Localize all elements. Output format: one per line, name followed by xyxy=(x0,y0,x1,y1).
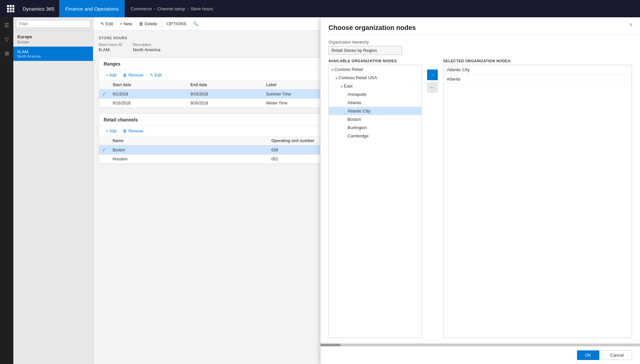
store-hours-desc-field: Description North America xyxy=(133,43,160,52)
breadcrumb-store-hours[interactable]: Store hours xyxy=(191,6,213,11)
ranges-add-button[interactable]: + Add xyxy=(103,72,119,78)
tree-item-annapolis[interactable]: Annapolis xyxy=(329,90,421,98)
sidebar-item-nam[interactable]: N.AM. North America xyxy=(13,47,93,61)
move-left-button[interactable]: ← xyxy=(427,82,438,93)
icon-sidebar: ☰ ▽ ⊞ xyxy=(0,17,13,364)
filter-input[interactable] xyxy=(16,20,90,28)
org-available-panel: AVAILABLE ORGANIZATION NODES: ▴ Contoso … xyxy=(328,59,422,338)
ranges-edit-icon: ✎ xyxy=(150,73,153,78)
tree-label-atlanta: Atlanta xyxy=(347,100,361,105)
dialog-body: Organization hierarchy AVAILABLE ORGANIZ… xyxy=(320,35,640,343)
store-hours-desc-value: North America xyxy=(133,47,160,52)
selected-item-atlanta[interactable]: Atlanta xyxy=(443,75,632,84)
channels-check-col xyxy=(99,136,109,145)
channels-name-col: Name xyxy=(109,136,268,145)
hamburger-icon[interactable]: ☰ xyxy=(0,19,13,32)
org-hierarchy-input[interactable] xyxy=(328,46,402,55)
options-button[interactable]: OPTIONS xyxy=(164,17,190,31)
new-button[interactable]: + New xyxy=(116,17,136,31)
top-nav: Dynamics 365 Finance and Operations Comm… xyxy=(0,0,640,17)
plus-icon: + xyxy=(120,21,122,26)
org-selected-label: SELECTED ORGANIZATION NODES: xyxy=(443,59,632,63)
channels-add-button[interactable]: + Add xyxy=(103,128,119,134)
tree-item-cambridge[interactable]: Cambridge xyxy=(329,132,421,140)
row-end: 9/15/2018 xyxy=(187,90,263,99)
ranges-startdate-col: Start date xyxy=(109,81,187,90)
new-label: New xyxy=(124,21,132,26)
app-launcher-button[interactable] xyxy=(3,0,18,17)
tree-label-annapolis: Annapolis xyxy=(347,92,366,97)
toolbar-separator xyxy=(162,20,162,28)
ok-button[interactable]: OK xyxy=(577,350,599,360)
store-hours-id-value: N.AM. xyxy=(99,47,122,52)
row-check: ✓ xyxy=(99,90,109,99)
edit-icon: ✎ xyxy=(101,21,104,26)
org-available-label: AVAILABLE ORGANIZATION NODES: xyxy=(328,59,422,63)
breadcrumb: Commerce › Channel setup › Store hours xyxy=(125,6,637,11)
edit-label: Edit xyxy=(106,21,113,26)
breadcrumb-commerce[interactable]: Commerce xyxy=(131,6,152,11)
main-layout: ☰ ▽ ⊞ Europe Europe N.AM. North America … xyxy=(0,17,640,364)
org-tree-container: ▴ Contoso Retail ▴ Contoso Retail USA ▴ … xyxy=(328,65,422,338)
dialog-scrollbar xyxy=(320,343,640,346)
search-container xyxy=(13,17,93,31)
choose-org-nodes-dialog: Choose organization nodes ? Organization… xyxy=(320,17,640,364)
module-label: Finance and Operations xyxy=(59,0,125,17)
tree-label-east: East xyxy=(344,84,352,89)
delete-icon: 🗑 xyxy=(139,21,143,26)
ranges-add-label: Add xyxy=(109,73,116,78)
row-end: 9/30/2018 xyxy=(187,99,263,108)
org-hierarchy-label: Organization hierarchy xyxy=(328,40,632,45)
org-arrows: → ← xyxy=(427,59,438,338)
row-name: Houston xyxy=(109,155,268,164)
edit-button[interactable]: ✎ Edit xyxy=(97,17,116,31)
settings-icon[interactable]: ⊞ xyxy=(0,47,13,60)
selected-item-atlantic-city[interactable]: Atlantic City xyxy=(443,65,632,75)
ranges-remove-button[interactable]: 🗑 Remove xyxy=(120,72,146,78)
channels-add-icon: + xyxy=(106,129,108,133)
row-check xyxy=(99,155,109,164)
delete-label: Delete xyxy=(145,21,157,26)
move-right-button[interactable]: → xyxy=(427,70,438,80)
tree-label-boston: Boston xyxy=(347,117,361,122)
tree-item-atlanta[interactable]: Atlanta xyxy=(329,98,421,107)
tree-label-cambridge: Cambridge xyxy=(347,133,369,138)
dynamics-label: Dynamics 365 xyxy=(18,0,59,17)
tree-item-boston[interactable]: Boston xyxy=(329,115,421,123)
ranges-edit-button[interactable]: ✎ Edit xyxy=(147,72,164,78)
ranges-check-col xyxy=(99,81,109,90)
tree-item-contoso-retail[interactable]: ▴ Contoso Retail xyxy=(329,65,421,74)
row-start: 9/1/2018 xyxy=(109,90,187,99)
tree-item-contoso-retail-usa[interactable]: ▴ Contoso Retail USA xyxy=(329,74,421,82)
channels-add-label: Add xyxy=(109,129,116,133)
left-panel: Europe Europe N.AM. North America xyxy=(13,17,93,364)
tree-item-east[interactable]: ▴ East xyxy=(329,82,421,90)
ranges-remove-label: Remove xyxy=(128,73,143,78)
channels-remove-button[interactable]: 🗑 Remove xyxy=(120,128,146,134)
search-toolbar-icon: 🔍 xyxy=(193,21,198,26)
tree-label-atlantic-city: Atlantic City xyxy=(347,108,370,113)
channels-remove-label: Remove xyxy=(128,129,143,133)
selected-list-container: Atlantic City Atlanta xyxy=(443,65,632,338)
breadcrumb-channel-setup[interactable]: Channel setup xyxy=(157,6,185,11)
dialog-help-button[interactable]: ? xyxy=(629,23,632,28)
channels-remove-icon: 🗑 xyxy=(123,129,127,133)
filter-icon[interactable]: ▽ xyxy=(0,33,13,46)
store-hours-desc-label: Description xyxy=(133,43,160,47)
tree-label-burlington: Burlington xyxy=(347,125,367,130)
tree-toggle-east: ▴ xyxy=(341,84,342,88)
tree-item-atlantic-city[interactable]: Atlantic City xyxy=(329,107,421,115)
row-check: ✓ xyxy=(99,145,109,155)
search-toolbar-button[interactable]: 🔍 xyxy=(190,17,202,31)
ranges-add-icon: + xyxy=(106,73,108,78)
tree-item-burlington[interactable]: Burlington xyxy=(329,123,421,132)
grid-icon xyxy=(7,5,14,12)
tree-label-contoso-retail-usa: Contoso Retail USA xyxy=(338,75,377,80)
delete-button[interactable]: 🗑 Delete xyxy=(136,17,161,31)
cancel-button[interactable]: Cancel xyxy=(602,350,632,360)
sidebar-item-europe-sub: Europe xyxy=(13,40,93,47)
tree-label-contoso-retail: Contoso Retail xyxy=(334,67,363,72)
sidebar-item-nam-label: N.AM. xyxy=(17,49,89,54)
store-hours-id-label: Store hours ID xyxy=(99,43,122,47)
row-check xyxy=(99,99,109,108)
